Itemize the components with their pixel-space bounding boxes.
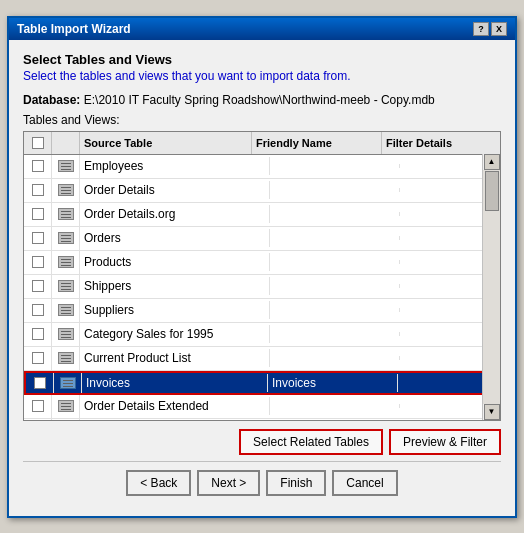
row-icon-cell	[52, 275, 80, 298]
row-friendly-name[interactable]	[270, 236, 400, 240]
row-checkbox[interactable]	[32, 400, 44, 412]
row-friendly-name[interactable]	[270, 332, 400, 336]
header-filter-col: Filter Details	[382, 132, 482, 154]
tables-and-views-label: Tables and Views:	[23, 113, 501, 127]
row-checkbox-cell[interactable]	[24, 419, 52, 421]
row-checkbox[interactable]	[32, 208, 44, 220]
row-friendly-name[interactable]: Invoices	[268, 374, 398, 392]
row-checkbox[interactable]	[32, 304, 44, 316]
row-checkbox[interactable]	[32, 352, 44, 364]
table-row[interactable]: Suppliers	[24, 299, 500, 323]
table-row[interactable]: Order Details	[24, 179, 500, 203]
window-body: Select Tables and Views Select the table…	[9, 40, 515, 516]
table-header: Source Table Friendly Name Filter Detail…	[24, 132, 500, 155]
row-source-table: Category Sales for 1995	[80, 325, 270, 343]
table-row[interactable]: Orders	[24, 227, 500, 251]
row-checkbox[interactable]	[32, 280, 44, 292]
table-icon	[58, 280, 74, 292]
row-icon-cell	[52, 203, 80, 226]
row-source-table: Order Details Extended	[80, 397, 270, 415]
preview-filter-button[interactable]: Preview & Filter	[389, 429, 501, 455]
row-checkbox-cell[interactable]	[24, 155, 52, 178]
table-row[interactable]: Current Product List	[24, 347, 500, 371]
section-title: Select Tables and Views	[23, 52, 501, 67]
scroll-up-button[interactable]: ▲	[484, 154, 500, 170]
row-checkbox-cell[interactable]	[24, 299, 52, 322]
row-checkbox-cell[interactable]	[24, 227, 52, 250]
database-path: E:\2010 IT Faculty Spring Roadshow\North…	[84, 93, 435, 107]
row-source-table: Employees	[80, 157, 270, 175]
title-bar-buttons: ? X	[473, 22, 507, 36]
row-checkbox[interactable]	[32, 328, 44, 340]
row-friendly-name[interactable]	[270, 284, 400, 288]
table-row[interactable]: Order Details Extended	[24, 395, 500, 419]
select-related-button[interactable]: Select Related Tables	[239, 429, 383, 455]
view-icon	[58, 328, 74, 340]
row-friendly-name[interactable]	[270, 356, 400, 360]
view-icon	[58, 352, 74, 364]
table-container: Source Table Friendly Name Filter Detail…	[23, 131, 501, 421]
row-friendly-name[interactable]	[270, 308, 400, 312]
header-checkbox[interactable]	[32, 137, 44, 149]
row-icon-cell	[52, 419, 80, 421]
row-source-table: Current Product List	[80, 349, 270, 367]
cancel-button[interactable]: Cancel	[332, 470, 397, 496]
row-checkbox-cell[interactable]	[24, 275, 52, 298]
table-rows: EmployeesOrder DetailsOrder Details.orgO…	[24, 155, 500, 421]
table-icon	[58, 256, 74, 268]
row-checkbox[interactable]	[32, 160, 44, 172]
row-icon-cell	[52, 155, 80, 178]
row-source-table: Products	[80, 253, 270, 271]
table-row[interactable]: Category Sales for 1995	[24, 323, 500, 347]
back-button[interactable]: < Back	[126, 470, 191, 496]
row-checkbox-cell[interactable]	[24, 347, 52, 370]
row-checkbox[interactable]: ✓	[34, 377, 46, 389]
scroll-down-button[interactable]: ▼	[484, 404, 500, 420]
row-source-table: Shippers	[80, 277, 270, 295]
view-icon	[60, 377, 76, 389]
table-row[interactable]: Products	[24, 251, 500, 275]
row-friendly-name[interactable]	[270, 260, 400, 264]
next-button[interactable]: Next >	[197, 470, 260, 496]
table-row[interactable]: ✓InvoicesInvoices	[24, 371, 500, 395]
view-icon	[58, 400, 74, 412]
row-checkbox-cell[interactable]: ✓	[26, 373, 54, 393]
title-bar: Table Import Wizard ? X	[9, 18, 515, 40]
row-icon-cell	[52, 323, 80, 346]
scroll-track	[483, 170, 500, 404]
row-checkbox[interactable]	[32, 184, 44, 196]
window-title: Table Import Wizard	[17, 22, 131, 36]
row-checkbox-cell[interactable]	[24, 323, 52, 346]
table-row[interactable]: Employees	[24, 155, 500, 179]
row-checkbox-cell[interactable]	[24, 395, 52, 418]
row-source-table: Orders	[80, 229, 270, 247]
table-icon	[58, 184, 74, 196]
row-friendly-name[interactable]	[270, 212, 400, 216]
row-icon-cell	[54, 373, 82, 393]
row-friendly-name[interactable]	[270, 188, 400, 192]
row-source-table: Suppliers	[80, 301, 270, 319]
row-checkbox[interactable]	[32, 232, 44, 244]
row-checkbox-cell[interactable]	[24, 179, 52, 202]
table-icon	[58, 208, 74, 220]
row-friendly-name[interactable]	[270, 164, 400, 168]
table-row[interactable]: Shippers	[24, 275, 500, 299]
scroll-thumb[interactable]	[485, 171, 499, 211]
finish-button[interactable]: Finish	[266, 470, 326, 496]
row-checkbox[interactable]	[32, 256, 44, 268]
table-row[interactable]: Order Details.org	[24, 203, 500, 227]
action-buttons-row: Select Related Tables Preview & Filter	[23, 429, 501, 455]
header-friendly-col: Friendly Name	[252, 132, 382, 154]
row-friendly-name[interactable]	[270, 404, 400, 408]
help-button[interactable]: ?	[473, 22, 489, 36]
row-checkbox-cell[interactable]	[24, 251, 52, 274]
table-import-wizard-window: Table Import Wizard ? X Select Tables an…	[7, 16, 517, 518]
close-button[interactable]: X	[491, 22, 507, 36]
row-checkbox-cell[interactable]	[24, 203, 52, 226]
table-icon	[58, 232, 74, 244]
scrollbar[interactable]: ▲ ▼	[482, 154, 500, 420]
header-source-col: Source Table	[80, 132, 252, 154]
table-row[interactable]: Order Subtotals	[24, 419, 500, 421]
header-icon-col	[52, 132, 80, 154]
row-icon-cell	[52, 299, 80, 322]
